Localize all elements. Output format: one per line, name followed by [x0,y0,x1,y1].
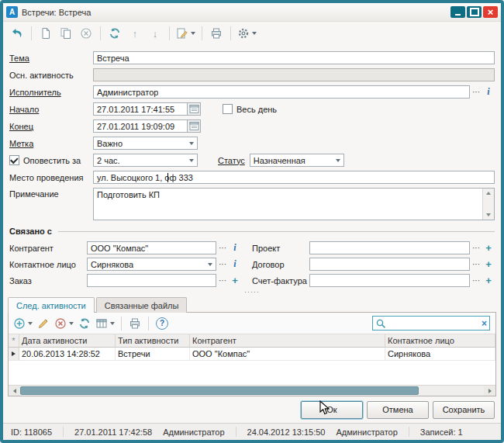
scrollbar-thumb[interactable] [20,386,419,395]
note-input[interactable]: Подготовить КП [93,188,495,220]
grid-header: Дата активности Тип активности Контраген… [9,334,495,348]
order-label: Заказ [9,276,87,286]
chevron-down-icon [336,159,340,162]
save-button[interactable]: Сохранить [433,401,495,419]
move-down-button[interactable] [146,24,164,43]
executor-lookup-button[interactable] [470,85,482,99]
mark-label[interactable]: Метка [9,139,93,148]
counterparty-info-button[interactable] [229,241,241,254]
minimize-button[interactable] [450,6,465,18]
start-date-picker-button[interactable] [188,102,201,116]
executor-input[interactable]: Администратор [93,85,470,99]
invoice-label: Счет-фактура [252,276,309,286]
notify-checkbox[interactable] [9,155,19,165]
column-header-counterparty[interactable]: Контрагент [190,334,385,348]
print-icon [210,27,223,40]
contract-input[interactable] [309,258,470,271]
order-input[interactable] [87,274,216,287]
topic-input[interactable]: Встреча [93,51,495,64]
status-select[interactable]: Назначенная [250,154,344,167]
window-controls [450,6,498,18]
copy-button[interactable] [57,24,75,43]
column-header-contact[interactable]: Контактное лицо [385,334,495,348]
end-date-picker-button[interactable] [188,119,201,133]
close-button[interactable] [483,6,498,18]
statusbar: ID: 118065 27.01.2011 17:42:58 Администр… [3,423,501,440]
contact-lookup-button[interactable] [216,258,229,271]
note-scrollbar[interactable] [482,189,494,220]
print-grid-button[interactable] [127,315,143,332]
order-add-button[interactable] [229,274,241,287]
delete-button[interactable] [77,24,95,43]
edit-row-button[interactable] [36,315,51,332]
cell-counterparty: ООО "Компас" [190,348,385,361]
tab-next-activities[interactable]: След. активности [8,297,95,313]
counterparty-lookup-button[interactable] [216,241,229,254]
new-document-icon [40,27,52,40]
note-label: Примечание [9,188,93,199]
location-input[interactable]: ул. Высоцкого 1, оф 333 [93,171,495,184]
topic-label[interactable]: Тема [9,54,93,63]
column-header-type[interactable]: Тип активности [116,334,190,348]
maximize-button[interactable] [467,6,482,18]
help-button[interactable] [154,315,170,332]
contact-info-button[interactable] [229,258,241,271]
start-label[interactable]: Начало [9,105,93,114]
scroll-down-icon[interactable] [483,210,494,220]
modified-by: Администратор [336,427,397,437]
delete-row-button[interactable] [54,315,74,332]
project-input[interactable] [309,241,470,254]
titlebar[interactable]: A Встречи: Встреча [3,3,501,22]
project-add-button[interactable] [482,241,495,254]
add-button[interactable] [12,315,33,332]
notify-label[interactable]: Оповестить за [23,156,81,165]
refresh-grid-button[interactable] [77,315,92,332]
contract-add-button[interactable] [482,258,495,271]
search-box [372,316,490,331]
project-lookup-button[interactable] [470,241,482,254]
all-day-checkbox[interactable] [223,104,233,114]
cancel-button[interactable]: Отмена [367,401,429,419]
splitter-handle[interactable]: ····· [3,290,501,296]
order-lookup-button[interactable] [216,274,229,287]
undo-button[interactable] [8,24,26,43]
clear-search-icon[interactable] [482,319,487,328]
notify-period-select[interactable]: 2 час. [93,154,198,167]
executor-info-button[interactable] [482,85,495,99]
add-icon [13,317,26,330]
status-label[interactable]: Статус [218,156,245,165]
new-button[interactable] [36,24,55,43]
scrollbar-track[interactable] [20,386,484,396]
contract-label: Договор [252,260,309,269]
end-input[interactable]: 27.01.2011 19:09:09 [93,119,188,133]
invoice-lookup-button[interactable] [470,274,482,287]
tab-related-files[interactable]: Связанные файлы [96,297,188,313]
column-header-date[interactable]: Дата активности [19,334,116,348]
all-day-label[interactable]: Весь день [236,105,277,114]
move-up-button[interactable] [126,24,144,43]
executor-label[interactable]: Исполнитель [9,88,93,97]
meeting-form: Тема Встреча Осн. активность Исполнитель… [3,45,501,224]
columns-button[interactable] [95,315,116,332]
scroll-right-icon[interactable] [484,386,495,396]
columns-icon [95,317,108,330]
related-group-title: Связано с [9,227,52,236]
ok-button[interactable]: Ок [301,401,363,419]
horizontal-scrollbar[interactable] [9,385,495,396]
scroll-left-icon[interactable] [9,386,20,396]
refresh-button[interactable] [105,24,124,43]
contract-lookup-button[interactable] [470,258,482,271]
end-label[interactable]: Конец [9,122,93,131]
search-input[interactable] [388,317,479,329]
edit-button[interactable] [174,24,197,43]
settings-button[interactable] [236,24,258,43]
table-row[interactable]: 20.06.2013 14:28:52 Встречи ООО "Компас"… [9,348,495,361]
mark-select[interactable]: Важно [93,137,198,150]
print-button[interactable] [207,24,226,43]
start-input[interactable]: 27.01.2011 17:41:55 [93,102,188,116]
invoice-input[interactable] [309,274,470,287]
scroll-up-icon[interactable] [483,189,494,198]
counterparty-input[interactable]: ООО "Компас" [87,241,216,254]
invoice-add-button[interactable] [482,274,495,287]
contact-input[interactable]: Сирнякова [87,258,216,271]
